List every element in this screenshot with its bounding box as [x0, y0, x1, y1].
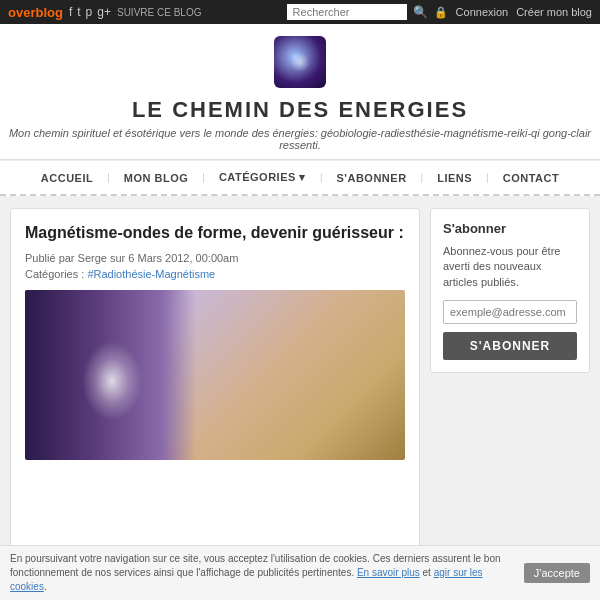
site-title: LE CHEMIN DES ENERGIES: [0, 97, 600, 123]
sidebar: S'abonner Abonnez-vous pour être averti …: [430, 208, 590, 600]
social-icons: f t p g+: [69, 5, 111, 19]
nav-liens[interactable]: LIENS: [423, 168, 486, 188]
cookie-accept-button[interactable]: J'accepte: [524, 563, 590, 583]
nav-categories[interactable]: CATÉGORIES ▾: [205, 167, 320, 188]
email-field[interactable]: [443, 300, 577, 324]
nav-accueil[interactable]: ACCUEIL: [27, 168, 107, 188]
suivre-link[interactable]: SUIVRE CE BLOG: [117, 7, 201, 18]
site-header: LE CHEMIN DES ENERGIES Mon chemin spirit…: [0, 24, 600, 160]
nav-sabonner[interactable]: S'ABONNER: [323, 168, 421, 188]
article-image: [25, 290, 405, 460]
main-nav: ACCUEIL | MON BLOG | CATÉGORIES ▾ | S'AB…: [0, 160, 600, 196]
connexion-link[interactable]: Connexion: [456, 6, 509, 19]
category-link[interactable]: #Radiothésie-Magnétisme: [87, 268, 215, 280]
lock-icon: 🔒: [434, 6, 448, 19]
nav-mon-blog[interactable]: MON BLOG: [110, 168, 203, 188]
create-blog-link[interactable]: Créer mon blog: [516, 6, 592, 19]
nav-contact[interactable]: CONTACT: [489, 168, 573, 188]
site-logo-image: [274, 36, 326, 88]
cookie-learn-more-link[interactable]: En savoir plus: [357, 567, 420, 578]
googleplus-icon[interactable]: g+: [97, 5, 111, 19]
pinterest-icon[interactable]: p: [86, 5, 93, 19]
article-area: Magnétisme-ondes de forme, devenir guéri…: [10, 208, 420, 600]
cookie-bar: En poursuivant votre navigation sur ce s…: [0, 545, 600, 600]
subscribe-button[interactable]: S'ABONNER: [443, 332, 577, 360]
subscribe-box: S'abonner Abonnez-vous pour être averti …: [430, 208, 590, 373]
article-category: Catégories : #Radiothésie-Magnétisme: [25, 268, 405, 280]
site-subtitle: Mon chemin spirituel et ésotérique vers …: [0, 127, 600, 151]
action-links: 🔒 Connexion Créer mon blog: [434, 6, 592, 19]
top-bar: overblog f t p g+ SUIVRE CE BLOG 🔍 🔒 Con…: [0, 0, 600, 24]
search-input[interactable]: [287, 4, 407, 20]
cookie-text: En poursuivant votre navigation sur ce s…: [10, 552, 516, 594]
article-title: Magnétisme-ondes de forme, devenir guéri…: [25, 223, 405, 244]
main-content: Magnétisme-ondes de forme, devenir guéri…: [0, 196, 600, 600]
overblog-logo[interactable]: overblog: [8, 5, 63, 20]
article-meta: Publié par Serge sur 6 Mars 2012, 00:00a…: [25, 252, 405, 264]
twitter-icon[interactable]: t: [77, 5, 80, 19]
subscribe-desc: Abonnez-vous pour être averti des nouvea…: [443, 244, 577, 290]
search-button[interactable]: 🔍: [413, 5, 428, 19]
facebook-icon[interactable]: f: [69, 5, 72, 19]
subscribe-title: S'abonner: [443, 221, 577, 236]
